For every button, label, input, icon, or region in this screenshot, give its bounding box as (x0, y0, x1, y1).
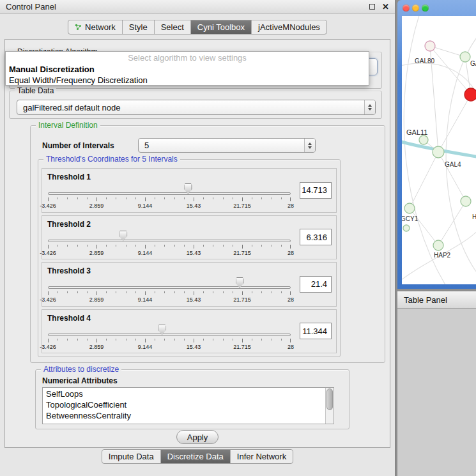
threshold-slider[interactable]: -3.4262.8599.14415.4321.71528 (48, 231, 291, 257)
network-view-window: GAL80GAGAL11GAL4GCY1HHAP2 (397, 0, 476, 289)
bottom-tab-strip: Impute DataDiscretize DataInfer Network (102, 449, 293, 464)
close-window-icon[interactable]: ✕ (382, 3, 389, 11)
threshold-value-input[interactable]: 6.316 (300, 229, 332, 245)
table-data-combobox[interactable]: galFiltered.sif default node (17, 100, 376, 115)
network-node[interactable] (425, 41, 435, 51)
thresholds-group: Threshold's Coordinates for 5 Intervals … (38, 159, 341, 357)
tab-cyni-toolbox[interactable]: Cyni Toolbox (191, 20, 252, 34)
tab-label: jActiveMNodules (258, 22, 320, 32)
table-data-group-title: Table Data (15, 86, 56, 95)
combobox-spinner-icon (364, 100, 375, 114)
tab-style[interactable]: Style (123, 20, 155, 34)
slider-track[interactable] (48, 192, 291, 195)
tab-label: Style (129, 22, 148, 32)
slider-track[interactable] (48, 334, 291, 336)
tab-label: Cyni Toolbox (197, 22, 245, 32)
slider-tick-label: 28 (288, 203, 294, 209)
threshold-value-input[interactable]: 21.4 (300, 276, 332, 293)
slider-tick-label: 28 (288, 296, 294, 303)
slider-tick-labels: -3.4262.8599.14415.4321.71528 (48, 250, 291, 256)
network-edge (438, 152, 466, 201)
table-panel-titlebar[interactable]: Table Panel (397, 291, 476, 309)
combobox-spinner-icon (304, 139, 315, 152)
cyni-toolbox-panel: Discretization Algorithm Table Data galF… (4, 39, 390, 448)
close-traffic-light[interactable] (403, 4, 410, 12)
threshold-rows: Threshold 1-3.4262.8599.14415.4321.71528… (42, 168, 337, 353)
slider-tick-label: 28 (288, 344, 294, 350)
network-node[interactable] (460, 52, 470, 62)
network-node[interactable] (461, 196, 471, 206)
threshold-value-input[interactable]: 14.713 (300, 182, 332, 199)
list-scrollbar[interactable] (325, 388, 334, 424)
network-node[interactable] (404, 203, 415, 213)
list-item[interactable]: TopologicalCoefficient (43, 399, 324, 410)
dropdown-placeholder: Select algorithm to view settings (6, 52, 369, 64)
dropdown-option[interactable]: Manual Discretization (6, 64, 369, 75)
threshold-slider[interactable]: -3.4262.8599.14415.4321.71528 (48, 183, 291, 210)
network-edge (438, 201, 466, 245)
network-node-label: GAL80 (415, 58, 435, 65)
algorithm-dropdown-options: Manual DiscretizationEqual Width/Frequen… (6, 64, 369, 86)
network-node-label: H (472, 213, 476, 220)
attributes-group: Attributes to discretize Numerical Attri… (35, 369, 349, 429)
slider-tick-label: 15.43 (187, 203, 201, 209)
tab-label: Infer Network (237, 452, 286, 461)
tab-label: Discretize Data (167, 452, 224, 461)
list-item[interactable]: BetweennessCentrality (43, 410, 324, 421)
slider-tick-label: -3.426 (40, 296, 56, 303)
control-panel-titlebar[interactable]: Control Panel ✕ (0, 0, 395, 14)
network-node[interactable] (464, 88, 476, 101)
slider-tick-labels: -3.4262.8599.14415.4321.71528 (48, 296, 291, 303)
network-window-titlebar[interactable] (397, 0, 476, 16)
apply-button[interactable]: Apply (176, 430, 219, 444)
threshold-slider-area: Threshold 2-3.4262.8599.14415.4321.71528 (47, 218, 295, 257)
tab-discretize-data[interactable]: Discretize Data (161, 450, 231, 463)
threshold-label: Threshold 3 (47, 266, 91, 275)
numerical-attributes-label: Numerical Attributes (42, 376, 118, 385)
tab-jactivemnodules[interactable]: jActiveMNodules (252, 20, 326, 34)
network-edge (410, 152, 438, 208)
threshold-row: Threshold 2-3.4262.8599.14415.4321.71528… (42, 215, 337, 260)
network-node[interactable] (419, 135, 428, 144)
table-data-group: Table Data galFiltered.sif default node (9, 91, 382, 119)
slider-ticks (48, 291, 291, 295)
minimize-traffic-light[interactable] (412, 4, 419, 12)
attributes-group-title: Attributes to discretize (41, 365, 121, 374)
slider-ticks (48, 197, 291, 201)
scrollbar-thumb[interactable] (326, 388, 333, 410)
num-intervals-combobox[interactable]: 5 (138, 138, 316, 153)
network-canvas[interactable]: GAL80GAGAL11GAL4GCY1HHAP2 (402, 16, 476, 284)
network-node[interactable] (403, 225, 410, 231)
tab-select[interactable]: Select (155, 20, 191, 34)
thresholds-group-title: Threshold's Coordinates for 5 Intervals (43, 155, 180, 164)
slider-track[interactable] (48, 240, 291, 242)
slider-tick-label: 15.43 (187, 250, 201, 256)
zoom-traffic-light[interactable] (422, 4, 429, 12)
list-item[interactable]: SelfLoops (43, 388, 324, 399)
float-window-icon[interactable] (369, 4, 375, 10)
threshold-slider[interactable]: -3.4262.8599.14415.4321.71528 (48, 277, 291, 304)
network-node[interactable] (433, 240, 443, 250)
threshold-slider[interactable]: -3.4262.8599.14415.4321.71528 (48, 325, 291, 351)
network-edge (438, 95, 471, 152)
threshold-value-input[interactable]: 11.344 (300, 323, 332, 339)
tab-infer-network[interactable]: Infer Network (231, 450, 293, 463)
slider-tick-label: -3.426 (40, 203, 56, 209)
tab-label: Network (85, 22, 116, 32)
network-icon (75, 24, 82, 31)
slider-tick-labels: -3.4262.8599.14415.4321.71528 (48, 344, 291, 350)
slider-ticks (48, 245, 291, 249)
network-node-label: HAP2 (434, 252, 451, 259)
interval-definition-group: Interval Definition Number of Intervals … (30, 125, 385, 363)
tab-network[interactable]: Network (68, 20, 123, 34)
tab-impute-data[interactable]: Impute Data (102, 450, 161, 463)
algorithm-dropdown-panel: Select algorithm to view settings Manual… (5, 51, 369, 86)
dropdown-option[interactable]: Equal Width/Frequency Discretization (6, 75, 369, 86)
numerical-attributes-list[interactable]: SelfLoopsTopologicalCoefficientBetweenne… (42, 387, 334, 424)
slider-tick-label: 21.715 (233, 344, 251, 350)
slider-tick-label: 2.859 (89, 296, 104, 303)
slider-track[interactable] (48, 286, 291, 289)
network-node[interactable] (433, 146, 444, 158)
tab-label: Impute Data (109, 452, 154, 461)
top-tab-strip: NetworkStyleSelectCyni ToolboxjActiveMNo… (68, 20, 327, 35)
